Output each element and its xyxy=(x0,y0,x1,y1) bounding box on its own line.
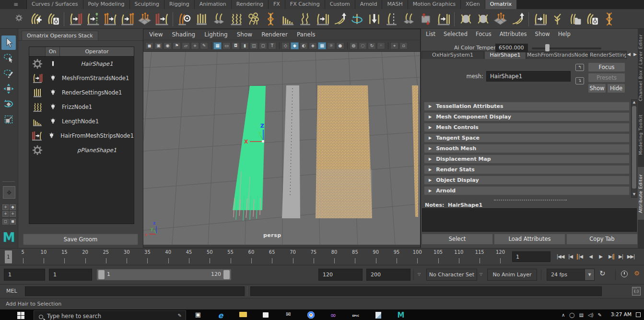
timeline-tick[interactable]: 50 xyxy=(199,249,220,265)
timeline-tick[interactable]: 25 xyxy=(95,249,116,265)
add-hair-icon[interactable] xyxy=(27,11,44,28)
presets-button[interactable]: Presets xyxy=(588,73,625,83)
operator-row[interactable]: RenderSettingsNode1 xyxy=(29,85,134,100)
operator-row[interactable]: MeshFromStrandsNode1 xyxy=(29,71,134,85)
layout-preset-button[interactable]: + xyxy=(2,204,9,210)
fps-dropdown[interactable]: 24 fps ▼ xyxy=(547,269,595,281)
operator-enable-toggle[interactable] xyxy=(46,59,60,69)
viewport-toolbar-separator[interactable] xyxy=(388,42,388,49)
anti-aliasing-icon[interactable]: ↻ xyxy=(368,42,376,49)
operator-row[interactable]: pPlaneShape1 xyxy=(29,143,134,157)
wireframe-icon[interactable]: ◇ xyxy=(281,42,290,49)
timeline-tick[interactable]: 45 xyxy=(178,249,199,265)
range-slider[interactable]: 1 120 xyxy=(96,269,232,281)
playback-loop-icon[interactable]: ↻ xyxy=(599,269,606,278)
move-tool[interactable] xyxy=(1,82,16,96)
chrome-icon[interactable] xyxy=(304,309,317,320)
shelf-tab[interactable]: Motion Graphics xyxy=(408,0,461,9)
mesh-from-hair-icon[interactable] xyxy=(136,11,153,28)
shelf-tab[interactable]: Custom xyxy=(325,0,355,9)
scroll-down-icon[interactable]: ▼ xyxy=(632,192,637,197)
visual-studio-icon[interactable]: ∞ xyxy=(327,309,340,320)
guides-to-hair-icon[interactable] xyxy=(101,11,118,28)
viewport-canvas[interactable]: Z y X z y x persp xyxy=(143,52,420,245)
motion-blur-icon[interactable]: ◌ xyxy=(359,42,367,49)
viewport-toolbar-separator[interactable] xyxy=(347,42,348,49)
safe-action-icon[interactable]: ◻ xyxy=(259,42,267,49)
footer-button[interactable]: Select xyxy=(422,234,493,245)
fps-dropdown-arrow-icon[interactable]: ▼ xyxy=(585,269,594,280)
timeline-tick[interactable]: 115 xyxy=(469,249,490,265)
epic-games-icon[interactable]: EPIC xyxy=(350,309,362,320)
connect-output-icon[interactable]: ↴ xyxy=(575,77,584,84)
attribute-section-header[interactable]: Arnold xyxy=(424,186,630,195)
isolate-select-icon[interactable]: ⌖ xyxy=(390,42,398,49)
timeline-tick[interactable]: 105 xyxy=(428,249,448,265)
render-settings-icon[interactable] xyxy=(193,11,210,28)
field-chart-icon[interactable]: ◫ xyxy=(250,42,258,49)
animation-end-field[interactable] xyxy=(366,269,410,281)
layout-preset-button[interactable]: + xyxy=(2,211,9,217)
import-groom-icon[interactable] xyxy=(583,11,600,28)
animation-start-field[interactable] xyxy=(4,269,45,281)
command-result-field[interactable] xyxy=(250,286,602,296)
hair-shading-icon[interactable] xyxy=(457,11,474,28)
wave-node-icon[interactable] xyxy=(296,11,314,28)
viewport-menu-item[interactable]: Shading xyxy=(172,31,195,38)
taskbar-clock[interactable]: 3:27 AM xyxy=(611,311,632,317)
hair-material-icon[interactable] xyxy=(474,11,492,28)
shelf-options-gear-icon[interactable] xyxy=(15,14,23,22)
shelf-separator[interactable] xyxy=(454,12,455,26)
viewport-toolbar-separator[interactable] xyxy=(211,42,211,49)
select-tool[interactable] xyxy=(1,36,16,50)
grid-icon[interactable]: ▦ xyxy=(213,42,222,49)
anim-layer-selector[interactable]: No Anim Layer xyxy=(487,269,537,281)
focus-button[interactable]: Focus xyxy=(588,62,625,72)
depth-of-field-icon[interactable]: ◦ xyxy=(377,42,385,49)
sidebar-panel-tab[interactable]: Modeling Toolkit xyxy=(638,109,644,160)
store-icon[interactable] xyxy=(259,309,272,320)
shelf-tab[interactable]: Poly Modeling xyxy=(83,0,130,9)
clump-node-icon[interactable] xyxy=(262,11,279,28)
timeline-tick[interactable]: 90 xyxy=(365,249,386,265)
hair-to-guides-icon[interactable] xyxy=(84,11,101,28)
image-plane-icon[interactable]: ▱ xyxy=(182,42,190,49)
gray-hair-plane[interactable] xyxy=(282,85,300,218)
timeline-tick[interactable]: 80 xyxy=(324,249,344,265)
attribute-section-header[interactable]: Displacement Map xyxy=(424,154,630,164)
moov-physics-icon[interactable] xyxy=(600,11,618,28)
mesh-from-strands-icon[interactable] xyxy=(400,11,417,28)
scrollbar-thumb[interactable] xyxy=(632,106,636,189)
current-frame-marker[interactable]: 1 xyxy=(5,250,12,263)
guides-on-surface-icon[interactable] xyxy=(176,11,193,28)
camera-attributes-icon[interactable]: ◉ xyxy=(164,42,172,49)
attribute-editor-menu-item[interactable]: Selected xyxy=(444,31,468,37)
timeline-tick[interactable]: 75 xyxy=(303,249,324,265)
attribute-section-header[interactable]: Render Stats xyxy=(424,165,630,174)
film-gate-icon[interactable]: ▭ xyxy=(222,42,231,49)
viewport-menu-item[interactable]: Lighting xyxy=(204,31,228,38)
bookmark-icon[interactable]: ⚑ xyxy=(173,42,181,49)
auto-keyframe-icon[interactable] xyxy=(621,271,628,277)
viewport-menu-item[interactable]: Panels xyxy=(297,31,316,38)
volume-icon[interactable]: ◁) xyxy=(588,312,594,318)
step-forward-frame-button[interactable]: ▶| xyxy=(606,251,616,262)
shelf-separator[interactable] xyxy=(528,12,529,26)
tray-expand-icon[interactable]: ∧ xyxy=(562,312,565,318)
flat-shade-icon[interactable]: ◐ xyxy=(300,42,308,49)
length-node-icon[interactable] xyxy=(279,11,296,28)
layout-preset-button[interactable]: ◼ xyxy=(10,219,16,225)
generate-strand-data-icon[interactable] xyxy=(492,11,509,28)
operator-enable-toggle[interactable] xyxy=(46,117,60,126)
gravity-node-icon[interactable] xyxy=(365,11,383,28)
viewport-menu-item[interactable]: Show xyxy=(237,31,252,38)
go-to-start-button[interactable]: |◀◀ xyxy=(555,251,565,262)
sidebar-panel-tab[interactable]: Channel Box / Layer Editor xyxy=(638,32,644,104)
timeline-tick[interactable]: 35 xyxy=(137,249,158,265)
mail-icon[interactable]: ✉ xyxy=(282,309,294,320)
notes-textarea[interactable] xyxy=(422,208,637,232)
step-back-frame-button[interactable]: |◀ xyxy=(575,251,585,262)
sidebar-panel-tab[interactable]: Attribute Editor xyxy=(638,167,644,220)
operator-row[interactable]: HairShape1 xyxy=(29,57,134,71)
ai-color-temperature-slider[interactable] xyxy=(532,47,601,49)
